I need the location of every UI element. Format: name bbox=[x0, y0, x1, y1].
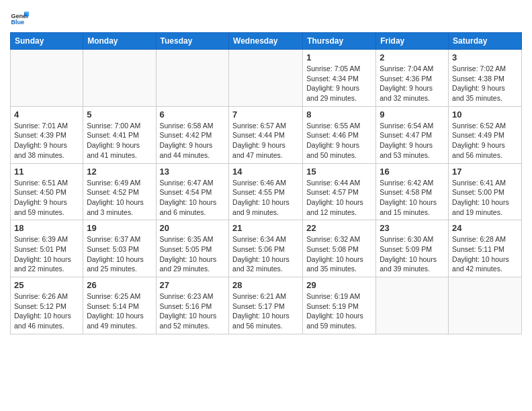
calendar-cell: 16Sunrise: 6:42 AM Sunset: 4:58 PM Dayli… bbox=[376, 163, 449, 220]
calendar-cell: 20Sunrise: 6:35 AM Sunset: 5:05 PM Dayli… bbox=[156, 220, 229, 277]
calendar-cell: 25Sunrise: 6:26 AM Sunset: 5:12 PM Dayli… bbox=[11, 277, 83, 334]
day-number: 6 bbox=[160, 109, 226, 120]
day-number: 13 bbox=[160, 167, 226, 177]
logo: General Blue bbox=[10, 9, 29, 28]
day-number: 15 bbox=[306, 167, 372, 177]
day-number: 1 bbox=[306, 52, 372, 62]
day-info: Sunrise: 6:30 AM Sunset: 5:09 PM Dayligh… bbox=[380, 234, 445, 274]
calendar-cell: 21Sunrise: 6:34 AM Sunset: 5:06 PM Dayli… bbox=[229, 220, 303, 277]
day-info: Sunrise: 7:04 AM Sunset: 4:36 PM Dayligh… bbox=[380, 64, 445, 103]
calendar-cell: 1Sunrise: 7:05 AM Sunset: 4:34 PM Daylig… bbox=[303, 50, 376, 107]
day-number: 4 bbox=[14, 109, 79, 120]
day-info: Sunrise: 6:41 AM Sunset: 5:00 PM Dayligh… bbox=[452, 178, 518, 218]
day-number: 23 bbox=[380, 223, 445, 233]
day-number: 5 bbox=[87, 109, 152, 120]
day-number: 17 bbox=[452, 167, 518, 177]
day-info: Sunrise: 6:23 AM Sunset: 5:16 PM Dayligh… bbox=[160, 291, 226, 331]
day-number: 9 bbox=[380, 109, 445, 120]
day-info: Sunrise: 7:00 AM Sunset: 4:41 PM Dayligh… bbox=[87, 121, 152, 161]
calendar-cell bbox=[83, 50, 156, 107]
day-info: Sunrise: 6:26 AM Sunset: 5:12 PM Dayligh… bbox=[14, 291, 79, 331]
calendar-cell: 26Sunrise: 6:25 AM Sunset: 5:14 PM Dayli… bbox=[83, 277, 156, 334]
header: General Blue bbox=[10, 7, 522, 28]
day-info: Sunrise: 6:32 AM Sunset: 5:08 PM Dayligh… bbox=[306, 234, 372, 274]
calendar-cell: 28Sunrise: 6:21 AM Sunset: 5:17 PM Dayli… bbox=[229, 277, 303, 334]
calendar-cell: 27Sunrise: 6:23 AM Sunset: 5:16 PM Dayli… bbox=[156, 277, 229, 334]
day-info: Sunrise: 6:54 AM Sunset: 4:47 PM Dayligh… bbox=[380, 121, 445, 161]
calendar-cell: 18Sunrise: 6:39 AM Sunset: 5:01 PM Dayli… bbox=[11, 220, 83, 277]
day-info: Sunrise: 6:21 AM Sunset: 5:17 PM Dayligh… bbox=[232, 291, 299, 331]
day-number: 21 bbox=[232, 223, 299, 233]
day-number: 7 bbox=[232, 109, 299, 120]
calendar-cell: 12Sunrise: 6:49 AM Sunset: 4:52 PM Dayli… bbox=[83, 163, 156, 220]
calendar-cell: 23Sunrise: 6:30 AM Sunset: 5:09 PM Dayli… bbox=[376, 220, 449, 277]
calendar-cell: 24Sunrise: 6:28 AM Sunset: 5:11 PM Dayli… bbox=[449, 220, 522, 277]
day-info: Sunrise: 7:05 AM Sunset: 4:34 PM Dayligh… bbox=[306, 64, 372, 103]
day-info: Sunrise: 6:28 AM Sunset: 5:11 PM Dayligh… bbox=[452, 234, 518, 274]
day-info: Sunrise: 7:02 AM Sunset: 4:38 PM Dayligh… bbox=[452, 64, 518, 103]
day-number: 25 bbox=[14, 280, 79, 290]
day-number: 26 bbox=[87, 280, 152, 290]
day-number: 28 bbox=[232, 280, 299, 290]
day-number: 29 bbox=[306, 280, 372, 290]
day-header-thursday: Thursday bbox=[303, 33, 376, 50]
day-info: Sunrise: 6:51 AM Sunset: 4:50 PM Dayligh… bbox=[14, 178, 79, 218]
week-row-4: 18Sunrise: 6:39 AM Sunset: 5:01 PM Dayli… bbox=[11, 220, 522, 277]
day-header-wednesday: Wednesday bbox=[229, 33, 303, 50]
calendar-cell: 14Sunrise: 6:46 AM Sunset: 4:55 PM Dayli… bbox=[229, 163, 303, 220]
week-row-1: 1Sunrise: 7:05 AM Sunset: 4:34 PM Daylig… bbox=[11, 50, 522, 107]
calendar-cell: 7Sunrise: 6:57 AM Sunset: 4:44 PM Daylig… bbox=[229, 106, 303, 163]
logo-icon: General Blue bbox=[10, 9, 29, 28]
day-number: 14 bbox=[232, 167, 299, 177]
day-number: 3 bbox=[452, 52, 518, 62]
day-number: 2 bbox=[380, 52, 445, 62]
calendar-cell: 10Sunrise: 6:52 AM Sunset: 4:49 PM Dayli… bbox=[449, 106, 522, 163]
calendar-header-row: SundayMondayTuesdayWednesdayThursdayFrid… bbox=[11, 33, 522, 50]
day-info: Sunrise: 6:55 AM Sunset: 4:46 PM Dayligh… bbox=[306, 121, 372, 161]
calendar-cell: 11Sunrise: 6:51 AM Sunset: 4:50 PM Dayli… bbox=[11, 163, 83, 220]
calendar-cell: 29Sunrise: 6:19 AM Sunset: 5:19 PM Dayli… bbox=[303, 277, 376, 334]
day-info: Sunrise: 6:46 AM Sunset: 4:55 PM Dayligh… bbox=[232, 178, 299, 218]
day-number: 8 bbox=[306, 109, 372, 120]
day-number: 16 bbox=[380, 167, 445, 177]
day-header-friday: Friday bbox=[376, 33, 449, 50]
calendar-cell: 3Sunrise: 7:02 AM Sunset: 4:38 PM Daylig… bbox=[449, 50, 522, 107]
calendar-cell bbox=[449, 277, 522, 334]
calendar-cell: 19Sunrise: 6:37 AM Sunset: 5:03 PM Dayli… bbox=[83, 220, 156, 277]
day-info: Sunrise: 6:34 AM Sunset: 5:06 PM Dayligh… bbox=[232, 234, 299, 274]
day-info: Sunrise: 6:39 AM Sunset: 5:01 PM Dayligh… bbox=[14, 234, 79, 274]
calendar-cell bbox=[376, 277, 449, 334]
day-header-sunday: Sunday bbox=[11, 33, 83, 50]
day-number: 20 bbox=[160, 223, 226, 233]
calendar-cell bbox=[229, 50, 303, 107]
week-row-5: 25Sunrise: 6:26 AM Sunset: 5:12 PM Dayli… bbox=[11, 277, 522, 334]
day-info: Sunrise: 6:47 AM Sunset: 4:54 PM Dayligh… bbox=[160, 178, 226, 218]
calendar-table: SundayMondayTuesdayWednesdayThursdayFrid… bbox=[10, 32, 522, 334]
day-info: Sunrise: 6:19 AM Sunset: 5:19 PM Dayligh… bbox=[306, 291, 372, 331]
day-info: Sunrise: 7:01 AM Sunset: 4:39 PM Dayligh… bbox=[14, 121, 79, 161]
day-number: 10 bbox=[452, 109, 518, 120]
calendar-cell: 15Sunrise: 6:44 AM Sunset: 4:57 PM Dayli… bbox=[303, 163, 376, 220]
calendar-cell: 9Sunrise: 6:54 AM Sunset: 4:47 PM Daylig… bbox=[376, 106, 449, 163]
day-info: Sunrise: 6:49 AM Sunset: 4:52 PM Dayligh… bbox=[87, 178, 152, 218]
calendar-cell: 13Sunrise: 6:47 AM Sunset: 4:54 PM Dayli… bbox=[156, 163, 229, 220]
calendar-cell: 5Sunrise: 7:00 AM Sunset: 4:41 PM Daylig… bbox=[83, 106, 156, 163]
day-header-tuesday: Tuesday bbox=[156, 33, 229, 50]
svg-text:Blue: Blue bbox=[11, 19, 24, 26]
day-number: 11 bbox=[14, 167, 79, 177]
calendar-cell: 4Sunrise: 7:01 AM Sunset: 4:39 PM Daylig… bbox=[11, 106, 83, 163]
calendar-cell bbox=[156, 50, 229, 107]
day-info: Sunrise: 6:52 AM Sunset: 4:49 PM Dayligh… bbox=[452, 121, 518, 161]
day-header-saturday: Saturday bbox=[449, 33, 522, 50]
calendar-cell: 17Sunrise: 6:41 AM Sunset: 5:00 PM Dayli… bbox=[449, 163, 522, 220]
day-number: 18 bbox=[14, 223, 79, 233]
day-info: Sunrise: 6:42 AM Sunset: 4:58 PM Dayligh… bbox=[380, 178, 445, 218]
calendar-cell: 2Sunrise: 7:04 AM Sunset: 4:36 PM Daylig… bbox=[376, 50, 449, 107]
week-row-3: 11Sunrise: 6:51 AM Sunset: 4:50 PM Dayli… bbox=[11, 163, 522, 220]
day-info: Sunrise: 6:57 AM Sunset: 4:44 PM Dayligh… bbox=[232, 121, 299, 161]
day-info: Sunrise: 6:58 AM Sunset: 4:42 PM Dayligh… bbox=[160, 121, 226, 161]
day-info: Sunrise: 6:37 AM Sunset: 5:03 PM Dayligh… bbox=[87, 234, 152, 274]
calendar-cell bbox=[11, 50, 83, 107]
day-number: 22 bbox=[306, 223, 372, 233]
day-info: Sunrise: 6:44 AM Sunset: 4:57 PM Dayligh… bbox=[306, 178, 372, 218]
